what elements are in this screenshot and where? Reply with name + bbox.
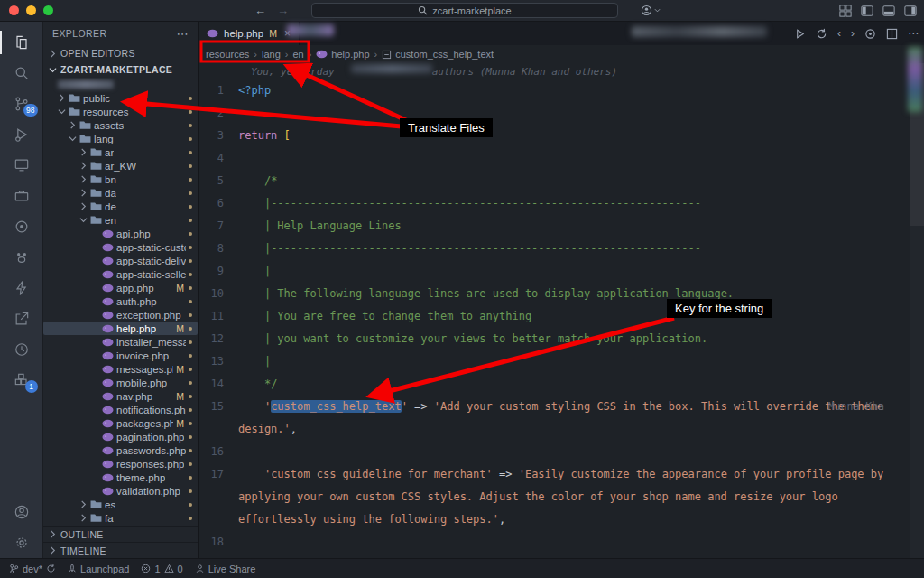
source-control-icon[interactable]: 98 bbox=[0, 89, 43, 119]
project-root-section[interactable]: ZCART-MARKETPLACE bbox=[43, 61, 198, 78]
git-modified-badge: M bbox=[176, 283, 184, 294]
problems-item[interactable]: 1 0 bbox=[141, 564, 182, 574]
code-editor[interactable]: You, yesterday authors (Munna Khan and o… bbox=[199, 63, 924, 558]
tree-folder-en[interactable]: en bbox=[43, 213, 198, 227]
run-debug-icon[interactable] bbox=[0, 119, 43, 150]
tree-file-api.php[interactable]: api.php bbox=[43, 227, 198, 240]
activity-bar: 98 bbox=[0, 22, 43, 558]
tree-file-installer_messages.php[interactable]: installer_messages.php bbox=[43, 335, 198, 349]
tree-folder-resources[interactable]: resources bbox=[43, 105, 198, 118]
tree-file-help.php[interactable]: help.phpM bbox=[43, 322, 198, 335]
launchpad-item[interactable]: Launchpad bbox=[68, 564, 129, 574]
tree-file-theme.php[interactable]: theme.php bbox=[43, 471, 198, 484]
account-icon[interactable] bbox=[0, 497, 43, 527]
sync-icon[interactable] bbox=[816, 28, 827, 40]
toggle-sidebar-icon[interactable] bbox=[861, 5, 873, 17]
code-line-7: 7 | Help Language Lines bbox=[199, 215, 924, 238]
share-icon[interactable] bbox=[0, 303, 43, 334]
record-icon[interactable] bbox=[864, 28, 876, 40]
tree-file-messages.php[interactable]: messages.phpM bbox=[43, 362, 198, 376]
tree-folder-ar_KW[interactable]: ar_KW bbox=[43, 159, 198, 172]
history-back-icon[interactable]: ← bbox=[254, 4, 266, 17]
tree-folder-bn[interactable]: bn bbox=[43, 172, 198, 186]
tree-file-app-static-deliveryboy.php[interactable]: app-static-deliveryboy.php bbox=[43, 254, 198, 267]
toggle-panel-icon[interactable] bbox=[882, 5, 895, 17]
profile-selector[interactable] bbox=[641, 5, 661, 16]
breadcrumb-en[interactable]: en bbox=[292, 49, 303, 60]
folder-icon bbox=[90, 201, 102, 211]
back-icon[interactable]: ‹ bbox=[837, 27, 841, 40]
selected-text[interactable]: custom_css_help_text bbox=[271, 400, 402, 413]
extensions-badge: 1 bbox=[25, 380, 38, 393]
explorer-icon[interactable] bbox=[0, 27, 43, 58]
extensions-icon[interactable]: 1 bbox=[0, 365, 43, 396]
search-icon[interactable] bbox=[0, 58, 43, 89]
live-share-item[interactable]: Live Share bbox=[195, 564, 256, 574]
settings-gear-icon[interactable] bbox=[0, 527, 43, 558]
open-editors-section[interactable]: OPEN EDITORS bbox=[43, 45, 198, 61]
tree-file-packages.php[interactable]: packages.phpM bbox=[43, 416, 198, 430]
target-icon[interactable] bbox=[0, 211, 43, 242]
php-file-icon bbox=[102, 311, 114, 320]
clock-icon[interactable] bbox=[0, 334, 43, 365]
tree-folder-fa[interactable]: fa bbox=[43, 511, 198, 525]
minimap[interactable] bbox=[910, 63, 924, 558]
tree-folder-es[interactable]: es bbox=[43, 498, 198, 511]
zoom-window-button[interactable] bbox=[43, 5, 53, 15]
tree-folder-de[interactable]: de bbox=[43, 200, 198, 213]
breadcrumb-lang[interactable]: lang bbox=[262, 49, 281, 60]
briefcase-icon[interactable] bbox=[0, 181, 43, 211]
minimize-window-button[interactable] bbox=[26, 5, 36, 15]
command-center-search[interactable]: zcart-marketplace bbox=[311, 3, 618, 18]
tree-file-pagination.php[interactable]: pagination.php bbox=[43, 430, 198, 443]
sidebar-more-actions-icon[interactable]: ⋯ bbox=[177, 27, 189, 41]
git-status-dot bbox=[189, 422, 192, 425]
tree-file-notifications.php[interactable]: notifications.php bbox=[43, 403, 198, 416]
tree-folder-lang[interactable]: lang bbox=[43, 132, 198, 145]
tree-file-validation.php[interactable]: validation.php bbox=[43, 484, 198, 498]
breadcrumb-resources[interactable]: resources bbox=[206, 49, 249, 60]
tree-folder-da[interactable]: da bbox=[43, 186, 198, 200]
tree-file-responses.php[interactable]: responses.php bbox=[43, 457, 198, 471]
tree-item-label: bn bbox=[105, 174, 116, 185]
split-editor-icon[interactable] bbox=[886, 28, 898, 40]
tree-file-nav.php[interactable]: nav.phpM bbox=[43, 389, 198, 403]
timeline-section[interactable]: TIMELINE bbox=[43, 542, 198, 558]
paw-icon[interactable] bbox=[0, 242, 43, 273]
tree-file-auth.php[interactable]: auth.php bbox=[43, 294, 198, 308]
tree-file-invoice.php[interactable]: invoice.php bbox=[43, 349, 198, 362]
git-modified-badge: M bbox=[176, 418, 184, 429]
tree-item-label: app-static-deliveryboy.php bbox=[116, 256, 186, 266]
chevron-right-icon bbox=[69, 121, 77, 129]
tree-item-label: validation.php bbox=[116, 486, 180, 497]
folder-icon bbox=[69, 93, 80, 103]
outline-section[interactable]: OUTLINE bbox=[43, 526, 198, 542]
tree-folder-assets[interactable]: assets bbox=[43, 118, 198, 132]
customize-layout-icon[interactable] bbox=[839, 5, 852, 17]
tree-file-app-static-seller.php[interactable]: app-static-seller.php bbox=[43, 267, 198, 281]
tree-file-passwords.php[interactable]: passwords.php bbox=[43, 443, 198, 457]
run-file-icon[interactable] bbox=[794, 28, 806, 40]
more-actions-icon[interactable]: ⋯ bbox=[908, 27, 919, 40]
breadcrumb-custom_css_help_text[interactable]: custom_css_help_text bbox=[382, 49, 494, 60]
tree-item-redacted[interactable] bbox=[43, 78, 198, 91]
remote-explorer-icon[interactable] bbox=[0, 150, 43, 181]
profile-icon bbox=[641, 5, 652, 16]
tree-file-exception.php[interactable]: exception.php bbox=[43, 308, 198, 322]
tree-file-app-static-customer.php[interactable]: app-static-customer.php bbox=[43, 240, 198, 254]
forward-icon[interactable]: › bbox=[851, 27, 855, 40]
annotation-key-for-string: Key for the string bbox=[667, 299, 772, 318]
tree-file-app.php[interactable]: app.phpM bbox=[43, 281, 198, 294]
tree-file-mobile.php[interactable]: mobile.php bbox=[43, 376, 198, 389]
tree-folder-public[interactable]: public bbox=[43, 91, 198, 105]
symbol-icon bbox=[382, 50, 392, 60]
breadcrumb-help.php[interactable]: help.php bbox=[316, 49, 369, 60]
close-window-button[interactable] bbox=[9, 5, 19, 15]
history-forward-icon[interactable]: → bbox=[277, 4, 289, 17]
toggle-secondary-sidebar-icon[interactable] bbox=[904, 5, 917, 17]
tree-folder-ar[interactable]: ar bbox=[43, 145, 198, 159]
git-branch-item[interactable]: dev* bbox=[9, 564, 56, 574]
code-line-11: 11 | You are free to change them to anyt… bbox=[199, 305, 924, 328]
tab-help-php[interactable]: help.php M × bbox=[199, 22, 300, 45]
lightning-icon[interactable] bbox=[0, 273, 43, 303]
